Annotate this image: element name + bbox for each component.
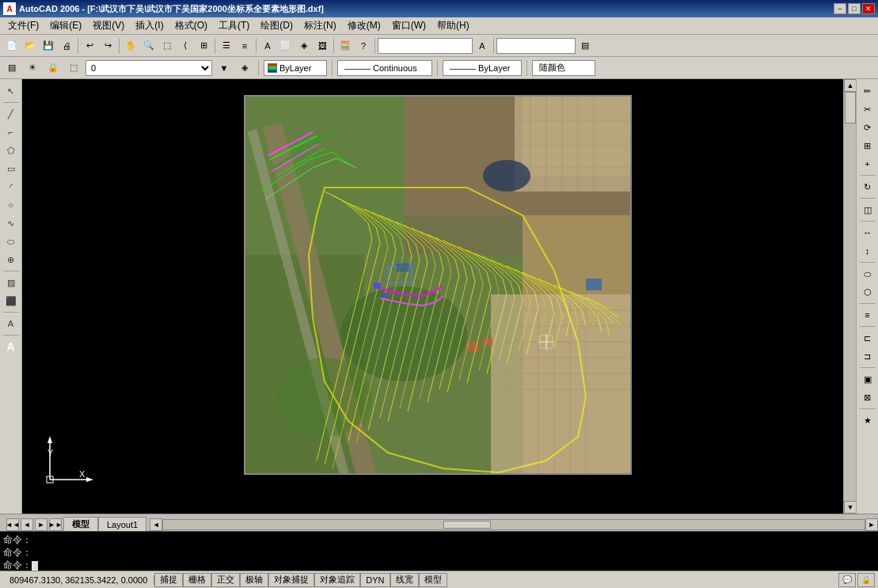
layer-icon2[interactable]: 🔒 <box>44 59 62 77</box>
polygon-button[interactable]: ⬠ <box>2 142 20 159</box>
text-button[interactable]: A <box>259 37 276 55</box>
canvas-viewport[interactable]: Y X <box>22 79 843 514</box>
lock-icon-button[interactable]: 🔒 <box>857 573 875 587</box>
close-button[interactable]: ✕ <box>862 3 875 14</box>
grid-button[interactable]: 栅格 <box>183 573 211 587</box>
menu-modify[interactable]: 修改(M) <box>343 17 386 34</box>
zoom-button[interactable]: 🔍 <box>140 37 158 55</box>
xref-button[interactable]: ◈ <box>295 37 313 55</box>
scale-input[interactable] <box>496 38 576 54</box>
ellipse-button[interactable]: ⬭ <box>2 233 20 250</box>
cmd-line3[interactable]: 命令： <box>3 559 875 571</box>
block-button[interactable]: ⬜ <box>277 37 295 55</box>
hscroll-track[interactable] <box>162 519 865 530</box>
pan-button[interactable]: ✋ <box>122 37 139 55</box>
pick-button[interactable]: ↖ <box>2 82 20 100</box>
insert-button[interactable]: ⊕ <box>2 251 20 268</box>
mtext-button[interactable]: A <box>2 315 20 332</box>
layer-manager-button[interactable]: ▤ <box>3 59 21 77</box>
properties-button[interactable]: ☰ <box>218 37 235 55</box>
tab-model[interactable]: 模型 <box>63 517 98 531</box>
new-button[interactable]: 📄 <box>3 37 21 55</box>
open-button[interactable]: 📂 <box>21 37 39 55</box>
text-input[interactable] <box>378 38 473 54</box>
region-button[interactable]: ⬛ <box>2 292 20 309</box>
layer-select[interactable]: 0 <box>86 60 212 76</box>
arc-button[interactable]: ◜ <box>2 178 20 195</box>
plotstyle-selector[interactable]: 随颜色 <box>532 60 595 76</box>
circle-button[interactable]: ○ <box>2 196 20 214</box>
model-paper-button[interactable]: 模型 <box>419 573 447 587</box>
hscroll-right-button[interactable]: ► <box>865 518 878 531</box>
comm-icon-button[interactable]: 💬 <box>838 573 856 587</box>
hatch-button[interactable]: ▨ <box>2 274 20 291</box>
zoom-prev-button[interactable]: ⟨ <box>177 37 194 55</box>
line-button[interactable]: ╱ <box>2 105 20 123</box>
raster-button[interactable]: 🖼 <box>314 37 331 55</box>
menu-draw[interactable]: 绘图(D) <box>256 17 298 34</box>
rt-btn13[interactable]: ⊏ <box>859 329 876 347</box>
polyline-button[interactable]: ⌐ <box>2 123 20 141</box>
scroll-thumb[interactable] <box>845 92 856 123</box>
rt-btn11[interactable]: ⬡ <box>859 283 876 301</box>
menu-edit[interactable]: 编辑(E) <box>45 17 86 34</box>
dyn-button[interactable]: DYN <box>360 573 390 587</box>
rt-btn9[interactable]: ↕ <box>859 242 876 260</box>
otrack-button[interactable]: 对象追踪 <box>314 573 360 587</box>
minimize-button[interactable]: − <box>834 3 846 14</box>
menu-view[interactable]: 视图(V) <box>88 17 129 34</box>
lineweight-selector[interactable]: ——— ByLayer <box>443 60 522 76</box>
rt-zoom1[interactable]: ▣ <box>859 370 876 388</box>
menu-file[interactable]: 文件(F) <box>3 17 44 34</box>
rt-zoom2[interactable]: ⊠ <box>859 389 876 406</box>
tab-nav-prev[interactable]: ◄ <box>21 518 33 531</box>
scroll-track[interactable] <box>844 92 856 501</box>
menu-dimension[interactable]: 标注(N) <box>299 17 341 34</box>
layer-arrow[interactable]: ▼ <box>215 59 233 77</box>
cad-viewport[interactable] <box>244 95 632 475</box>
layer-extra[interactable]: ◈ <box>236 59 253 77</box>
osnap-button[interactable]: 对象捕捉 <box>268 573 314 587</box>
save-button[interactable]: 💾 <box>40 37 57 55</box>
ortho-button[interactable]: 正交 <box>211 573 240 587</box>
scale-tool[interactable]: ▤ <box>576 37 594 55</box>
hscroll-area[interactable]: ◄ ► <box>150 518 878 531</box>
menu-help[interactable]: 帮助(H) <box>432 17 474 34</box>
menu-insert[interactable]: 插入(I) <box>131 17 168 34</box>
tab-nav-last[interactable]: ►► <box>49 518 62 531</box>
linetype-selector[interactable]: ——— Continuous <box>337 60 432 76</box>
menu-tools[interactable]: 工具(T) <box>214 17 254 34</box>
menu-format[interactable]: 格式(O) <box>170 17 212 34</box>
rt-btn2[interactable]: ✂ <box>859 101 876 118</box>
rt-btn12[interactable]: ≡ <box>859 306 876 324</box>
rt-btn15[interactable]: ★ <box>859 412 876 429</box>
help-tool-button[interactable]: ? <box>355 37 372 55</box>
layer-icon3[interactable]: ⬚ <box>65 59 82 77</box>
snap-button[interactable]: 捕捉 <box>154 573 183 587</box>
tab-nav-first[interactable]: ◄◄ <box>6 518 19 531</box>
hscroll-left-button[interactable]: ◄ <box>150 518 162 531</box>
rt-btn7[interactable]: ◫ <box>859 201 876 218</box>
zoom-extent-button[interactable]: ⊞ <box>195 37 212 55</box>
undo-button[interactable]: ↩ <box>81 37 98 55</box>
match-prop-button[interactable]: ≡ <box>236 37 253 55</box>
print-button[interactable]: 🖨 <box>58 37 75 55</box>
text-tool2[interactable]: A <box>473 37 491 55</box>
tab-layout1[interactable]: Layout1 <box>98 517 146 531</box>
rt-btn14[interactable]: ⊐ <box>859 347 876 365</box>
scroll-down-button[interactable]: ▼ <box>844 501 857 514</box>
hscroll-thumb[interactable] <box>443 521 491 529</box>
rt-btn5[interactable]: + <box>859 155 876 173</box>
rt-btn3[interactable]: ⟳ <box>859 119 876 136</box>
tab-nav-next[interactable]: ► <box>35 518 48 531</box>
color-selector[interactable]: ByLayer <box>264 60 327 76</box>
rt-btn1[interactable]: ✏ <box>859 82 876 100</box>
rt-btn4[interactable]: ⊞ <box>859 137 876 154</box>
rt-btn8[interactable]: ↔ <box>859 224 876 241</box>
menu-window[interactable]: 窗口(W) <box>387 17 431 34</box>
scroll-up-button[interactable]: ▲ <box>844 79 857 92</box>
rt-btn10[interactable]: ⬭ <box>859 265 876 283</box>
zoom-window-button[interactable]: ⬚ <box>158 37 176 55</box>
lineweight-button[interactable]: 线宽 <box>390 573 419 587</box>
polar-button[interactable]: 极轴 <box>240 573 268 587</box>
